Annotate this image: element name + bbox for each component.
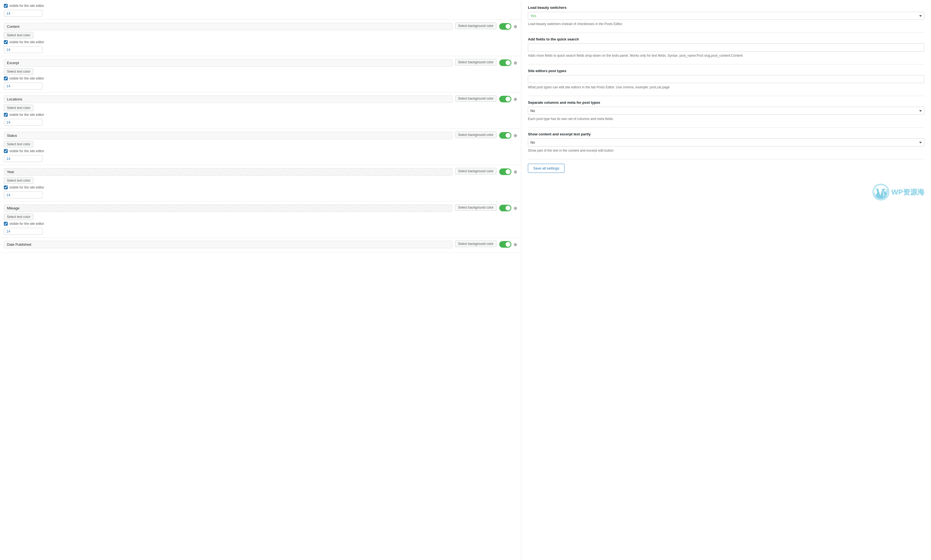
number-input-year[interactable] bbox=[4, 192, 42, 198]
right-panel: Load beauty switchers Yes No Load beauty… bbox=[521, 0, 931, 560]
show-content-excerpt-select[interactable]: No Yes bbox=[528, 138, 924, 146]
site-editors-post-types-hint: What post types can edit site editors in… bbox=[528, 85, 924, 90]
divider-3 bbox=[528, 96, 924, 96]
field-header-status: Status Select background color ⊕ bbox=[4, 132, 517, 139]
field-row-status: Status Select background color ⊕ Select … bbox=[0, 129, 521, 165]
field-name-date-published: Date Published bbox=[4, 241, 452, 248]
color-row-excerpt: Select background color bbox=[455, 59, 497, 66]
visible-checkbox-locations[interactable] bbox=[4, 113, 8, 117]
text-color-btn-excerpt[interactable]: Select text color bbox=[4, 68, 33, 75]
number-input-status[interactable] bbox=[4, 155, 42, 162]
separate-columns-select[interactable]: No Yes bbox=[528, 107, 924, 115]
toggle-move-year: ⊕ bbox=[499, 168, 517, 175]
field-name-year: Year bbox=[4, 168, 452, 175]
toggle-move-content: ⊕ bbox=[499, 23, 517, 30]
toggle-status[interactable] bbox=[499, 132, 511, 139]
bg-color-btn-mileage[interactable]: Select background color bbox=[455, 204, 497, 211]
visible-checkbox-excerpt[interactable] bbox=[4, 77, 8, 80]
field-row-date-published: Date Published Select background color ⊕ bbox=[0, 238, 521, 253]
toggle-content[interactable] bbox=[499, 23, 511, 30]
top-visible-label: visible for the site editor bbox=[9, 4, 44, 8]
visible-label-mileage: visible for the site editor bbox=[9, 222, 44, 226]
field-row-excerpt: Excerpt Select background color ⊕ Select… bbox=[0, 56, 521, 92]
toggle-excerpt[interactable] bbox=[499, 60, 511, 66]
toggle-locations[interactable] bbox=[499, 96, 511, 102]
move-icon-year[interactable]: ⊕ bbox=[513, 169, 517, 174]
field-name-excerpt: Excerpt bbox=[4, 59, 452, 66]
color-row-date-published: Select background color bbox=[455, 240, 497, 247]
visible-checkbox-content[interactable] bbox=[4, 40, 8, 44]
top-number-input[interactable] bbox=[4, 10, 42, 17]
text-color-btn-status[interactable]: Select text color bbox=[4, 141, 33, 148]
separate-columns-hint: Each post type has its own set of column… bbox=[528, 116, 924, 122]
text-color-btn-content[interactable]: Select text color bbox=[4, 32, 33, 38]
move-icon-locations[interactable]: ⊕ bbox=[513, 97, 517, 102]
top-partial-row: visible for the site editor bbox=[0, 0, 521, 20]
color-row-status: Select background color bbox=[455, 132, 497, 138]
field-name-locations: Locations bbox=[4, 95, 452, 103]
load-beauty-switchers-select-wrapper: Yes No bbox=[528, 12, 924, 20]
move-icon-date-published[interactable]: ⊕ bbox=[513, 242, 517, 247]
toggle-date-published[interactable] bbox=[499, 241, 511, 248]
wp-text-label: WP资源海 bbox=[891, 188, 924, 197]
visible-checkbox-year[interactable] bbox=[4, 186, 8, 189]
load-beauty-switchers-title: Load beauty switchers bbox=[528, 6, 924, 10]
divider-1 bbox=[528, 32, 924, 33]
move-icon-content[interactable]: ⊕ bbox=[513, 24, 517, 29]
text-color-btn-mileage[interactable]: Select text color bbox=[4, 214, 33, 220]
field-row-locations: Locations Select background color ⊕ Sele… bbox=[0, 92, 521, 129]
field-name-content: Content bbox=[4, 23, 452, 30]
field-name-mileage: Mileage bbox=[4, 205, 452, 212]
field-name-status: Status bbox=[4, 132, 452, 139]
site-editors-post-types-section: Site editors post types What post types … bbox=[528, 69, 924, 90]
wp-logo-icon bbox=[872, 184, 889, 200]
divider-2 bbox=[528, 64, 924, 65]
toggle-year[interactable] bbox=[499, 168, 511, 175]
bg-color-btn-status[interactable]: Select background color bbox=[455, 132, 497, 138]
toggle-move-status: ⊕ bbox=[499, 132, 517, 139]
field-header-year: Year Select background color ⊕ bbox=[4, 168, 517, 175]
text-color-btn-year[interactable]: Select text color bbox=[4, 177, 33, 184]
show-content-excerpt-title: Show content and excerpt text partly bbox=[528, 132, 924, 136]
add-fields-quick-search-section: Add fields to the quick search Adds more… bbox=[528, 37, 924, 58]
field-row-mileage: Mileage Select background color ⊕ Select… bbox=[0, 202, 521, 238]
field-header-date-published: Date Published Select background color ⊕ bbox=[4, 240, 517, 248]
field-header-locations: Locations Select background color ⊕ bbox=[4, 95, 517, 103]
move-icon-status[interactable]: ⊕ bbox=[513, 133, 517, 138]
toggle-move-excerpt: ⊕ bbox=[499, 60, 517, 66]
visible-label-locations: visible for the site editor bbox=[9, 113, 44, 117]
number-input-locations[interactable] bbox=[4, 119, 42, 126]
bg-color-btn-excerpt[interactable]: Select background color bbox=[455, 59, 497, 66]
move-icon-mileage[interactable]: ⊕ bbox=[513, 206, 517, 211]
top-visible-checkbox[interactable] bbox=[4, 4, 8, 8]
add-fields-quick-search-input[interactable] bbox=[528, 43, 924, 51]
move-icon-excerpt[interactable]: ⊕ bbox=[513, 60, 517, 66]
main-layout: visible for the site editor Content Sele… bbox=[0, 0, 931, 560]
bg-color-btn-locations[interactable]: Select background color bbox=[455, 95, 497, 102]
visible-label-year: visible for the site editor bbox=[9, 186, 44, 189]
visible-checkbox-status[interactable] bbox=[4, 149, 8, 153]
site-editors-post-types-title: Site editors post types bbox=[528, 69, 924, 73]
add-fields-quick-search-title: Add fields to the quick search bbox=[528, 37, 924, 41]
load-beauty-switchers-select[interactable]: Yes No bbox=[528, 12, 924, 20]
load-beauty-switchers-hint: Load beauty switchers instead of checkbo… bbox=[528, 22, 924, 26]
save-all-settings-button[interactable]: Save all settings bbox=[528, 164, 564, 173]
bg-color-btn-date-published[interactable]: Select background color bbox=[455, 240, 497, 247]
bg-color-btn-year[interactable]: Select background color bbox=[455, 168, 497, 174]
wp-watermark: WP资源海 bbox=[528, 184, 924, 200]
visible-checkbox-mileage[interactable] bbox=[4, 222, 8, 226]
number-input-mileage[interactable] bbox=[4, 228, 42, 235]
toggle-mileage[interactable] bbox=[499, 205, 511, 211]
toggle-move-date-published: ⊕ bbox=[499, 241, 517, 248]
show-content-excerpt-select-wrapper: No Yes bbox=[528, 138, 924, 146]
separate-columns-section: Separate columns and meta for post types… bbox=[528, 100, 924, 122]
toggle-move-locations: ⊕ bbox=[499, 96, 517, 102]
field-row-content: Content Select background color ⊕ Select… bbox=[0, 20, 521, 56]
bg-color-btn-content[interactable]: Select background color bbox=[455, 23, 497, 29]
left-panel: visible for the site editor Content Sele… bbox=[0, 0, 521, 560]
number-input-content[interactable] bbox=[4, 46, 42, 53]
visible-label-excerpt: visible for the site editor bbox=[9, 77, 44, 80]
number-input-excerpt[interactable] bbox=[4, 83, 42, 89]
site-editors-post-types-input[interactable] bbox=[528, 75, 924, 83]
text-color-btn-locations[interactable]: Select text color bbox=[4, 105, 33, 111]
